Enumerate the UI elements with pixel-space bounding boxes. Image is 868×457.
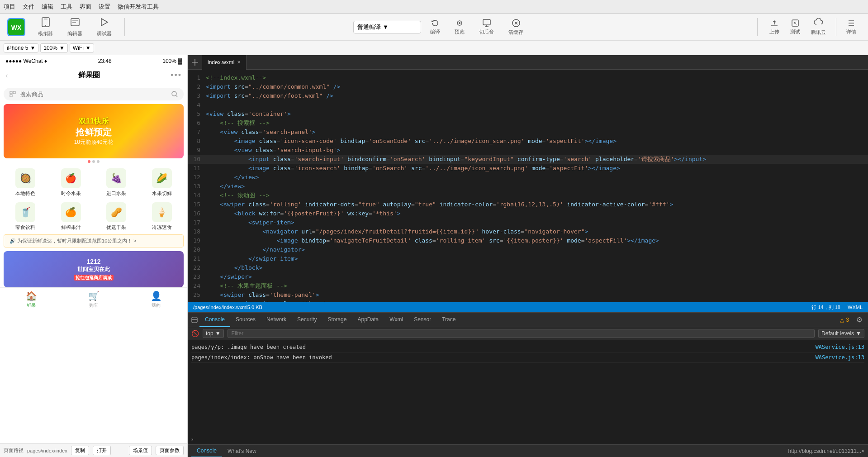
clear-cache-button[interactable]: 清缓存 — [503, 16, 529, 38]
refresh-icon — [431, 19, 440, 28]
code-cursor-position: 行 14，列 18 — [811, 304, 840, 311]
phone-page-title: 鲜果圈 — [78, 71, 100, 80]
code-file-size: 5.0 KB — [247, 305, 262, 310]
console-text-2: pages/index/index: onShow have been invo… — [191, 353, 332, 362]
cat-label-0: 本地特色 — [15, 190, 35, 197]
editor-button[interactable]: 编辑器 — [62, 15, 88, 39]
page-path-value: pages/index/index — [27, 448, 67, 453]
category-item-4[interactable]: 🥤 零食饮料 — [4, 200, 47, 233]
more-details-button[interactable]: 详情 — [842, 17, 861, 37]
category-item-5[interactable]: 🍊 鲜榨果汁 — [49, 200, 93, 233]
tab-console[interactable]: Console — [199, 313, 230, 327]
upload-button[interactable]: 上传 — [765, 17, 784, 37]
console-clear-button[interactable]: 🚫 — [191, 330, 199, 337]
copy-path-button[interactable]: 复制 — [71, 446, 89, 455]
tab-trace-label: Trace — [442, 316, 455, 323]
phone-battery: 100% ▓ — [162, 58, 182, 64]
dot-3 — [97, 160, 100, 163]
switch-background-button[interactable]: 切后台 — [474, 17, 499, 37]
debugger-button[interactable]: 调试器 — [91, 15, 117, 39]
console-text-1: pages/y/p: .image have been created — [191, 343, 306, 352]
code-line-17: 17 <swiper-item> — [188, 218, 868, 227]
code-content[interactable]: 1 <!--index.wxml--> 2 <import src="../co… — [188, 70, 868, 302]
clear-icon — [511, 18, 521, 28]
tab-storage[interactable]: Storage — [322, 313, 352, 327]
tab-profile-label: 我的 — [152, 302, 161, 309]
code-line-6: 6 <!-- 搜索框 --> — [188, 119, 868, 128]
editor-tab-close-icon[interactable]: ✕ — [237, 60, 241, 65]
line-number-11: 11 — [188, 164, 206, 173]
editor-tab-index-wxml[interactable]: index.wxml ✕ — [202, 55, 247, 70]
tab-trace[interactable]: Trace — [436, 313, 461, 327]
bottom-panel-icon[interactable] — [190, 313, 199, 327]
svg-rect-20 — [10, 91, 12, 94]
tab-profile[interactable]: 👤 我的 — [125, 290, 187, 309]
console-link-1[interactable]: WAService.js:13 — [816, 343, 864, 352]
cloud-button[interactable]: 腾讯云 — [806, 16, 830, 38]
category-item-7[interactable]: 🍦 冷冻速食 — [140, 200, 184, 233]
tab-sensor[interactable]: Sensor — [408, 313, 436, 327]
console-expand-button[interactable]: › — [188, 434, 868, 444]
console-settings-button[interactable]: ⚙ — [853, 315, 866, 324]
menu-界面[interactable]: 界面 — [80, 3, 91, 11]
editor-icon — [70, 17, 80, 29]
category-item-2[interactable]: 🍇 进口水果 — [95, 167, 138, 199]
category-item-0[interactable]: 🥘 本地特色 — [4, 167, 47, 199]
console-link-2[interactable]: WAService.js:13 — [816, 353, 864, 362]
code-line-25: 25 <swiper class='theme-panel'> — [188, 290, 868, 300]
line-number-12: 12 — [188, 173, 206, 182]
tab-sources[interactable]: Sources — [230, 313, 261, 327]
dot-2 — [92, 160, 95, 163]
compile-select[interactable]: 普通编译 ▼ — [353, 21, 421, 33]
phone-time: 23:48 — [98, 58, 112, 64]
phone-more-icon: ••• — [171, 71, 182, 80]
menu-编辑[interactable]: 编辑 — [42, 3, 53, 11]
sub-tab-console[interactable]: Console — [191, 445, 222, 457]
refresh-compile-button[interactable]: 编译 — [425, 17, 446, 37]
menu-文件[interactable]: 文件 — [23, 3, 34, 11]
menu-项目[interactable]: 项目 — [4, 3, 15, 11]
simulator-label: 模拟器 — [38, 30, 53, 37]
phone-banner-title: 双11快乐 — [74, 117, 114, 126]
console-content: pages/y/p: .image have been created WASe… — [188, 340, 868, 434]
console-filter-input[interactable] — [228, 329, 815, 338]
editor-split-button[interactable] — [188, 55, 202, 70]
toolbar-center: 普通编译 ▼ 编译 预览 切后台 清缓存 — [132, 16, 750, 38]
phone-search-input[interactable] — [20, 91, 167, 98]
tab-security[interactable]: Security — [292, 313, 322, 327]
test-button[interactable]: 测试 — [786, 17, 805, 37]
tab-home[interactable]: 🏠 鲜果 — [0, 290, 62, 309]
network-selector[interactable]: WiFi ▼ — [70, 43, 94, 52]
category-item-6[interactable]: 🥜 优选干果 — [95, 200, 138, 233]
console-context-selector[interactable]: top ▼ — [203, 329, 224, 338]
menu-设置[interactable]: 设置 — [99, 3, 110, 11]
tab-network[interactable]: Network — [261, 313, 292, 327]
tab-wxml-label: Wxml — [389, 316, 403, 323]
simulator-button[interactable]: 模拟器 — [33, 15, 58, 39]
svg-point-23 — [172, 91, 176, 96]
search-icon — [171, 90, 178, 98]
svg-rect-21 — [13, 91, 15, 94]
category-item-3[interactable]: 🌽 水果切鲜 — [140, 167, 184, 199]
preview-button[interactable]: 预览 — [449, 17, 470, 37]
open-path-button[interactable]: 打开 — [93, 446, 111, 455]
cat-label-4: 零食饮料 — [15, 224, 35, 231]
tab-cart[interactable]: 🛒 购车 — [62, 290, 125, 309]
device-selector[interactable]: iPhone 5 ▼ — [4, 43, 38, 52]
toolbar-separator-1 — [124, 18, 125, 36]
cat-label-1: 时令水果 — [61, 190, 81, 197]
menu-微信开发者工具[interactable]: 微信开发者工具 — [118, 3, 159, 11]
tab-appdata[interactable]: AppData — [352, 313, 384, 327]
scene-button[interactable]: 场景值 — [129, 446, 152, 455]
phone-search-bar[interactable] — [4, 88, 184, 100]
menu-工具[interactable]: 工具 — [61, 3, 72, 11]
tab-wxml[interactable]: Wxml — [384, 313, 408, 327]
category-item-1[interactable]: 🍎 时令水果 — [49, 167, 93, 199]
line-content-15: <swiper class='rolling' indicator-dots="… — [206, 200, 868, 209]
console-level-selector[interactable]: Default levels ▼ — [818, 329, 864, 338]
sub-tab-whats-new[interactable]: What's New — [222, 445, 262, 457]
page-params-button[interactable]: 页面参数 — [156, 446, 184, 455]
line-number-3: 3 — [188, 91, 206, 100]
code-line-7: 7 <view class='search-panel'> — [188, 128, 868, 137]
zoom-selector[interactable]: 100% ▼ — [40, 43, 68, 52]
